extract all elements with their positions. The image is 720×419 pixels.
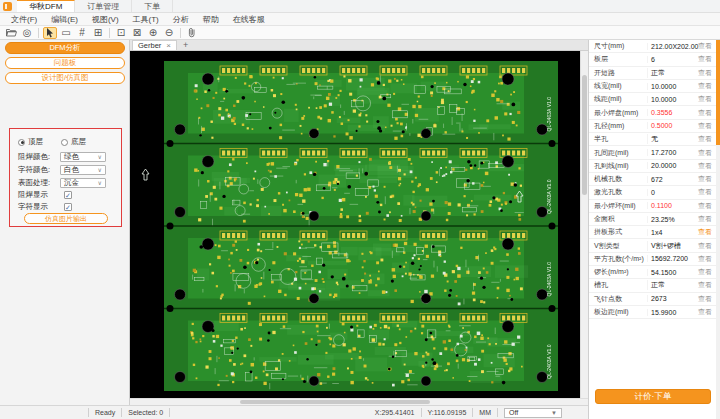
title-tab-2[interactable]: 下单: [132, 0, 173, 12]
menu-item-6[interactable]: 在线客服: [226, 14, 272, 25]
price-order-button[interactable]: 计价·下单: [595, 389, 711, 404]
setting-select-0[interactable]: 绿色∨: [60, 152, 106, 162]
chevron-down-icon: ∨: [98, 153, 102, 160]
layer-radio-1[interactable]: 底层: [61, 137, 86, 147]
gerber-tab[interactable]: Gerber ×: [132, 40, 177, 50]
mode-dropdown[interactable]: Off ▼: [504, 408, 562, 418]
toolbar-separator: [38, 28, 39, 38]
status-selected-count: Selected: 0: [128, 409, 163, 416]
panel-scrollbar[interactable]: [716, 40, 720, 419]
toggle-label: 阻焊显示: [18, 190, 64, 200]
view-link[interactable]: 查看: [694, 161, 717, 171]
canvas-vertical-scrollbar[interactable]: [580, 51, 588, 398]
param-label: 最小焊环(mil): [589, 201, 647, 211]
param-label: 开短路: [589, 68, 647, 78]
view-link[interactable]: 查看: [694, 134, 717, 144]
toggle-row-0: 阻焊显示✓: [18, 190, 118, 200]
view-link[interactable]: 查看: [694, 227, 717, 237]
view-link[interactable]: 查看: [694, 294, 717, 304]
view-link[interactable]: 查看: [694, 121, 717, 131]
preview-icon[interactable]: ◎: [20, 27, 34, 39]
open-folder-icon[interactable]: [4, 27, 18, 39]
view-link[interactable]: 查看: [694, 54, 717, 64]
checkbox-0[interactable]: ✓: [64, 191, 72, 199]
table-row: 尺寸(mm)212.00X202.00查看: [589, 40, 717, 53]
zoom-out-icon[interactable]: ⊖: [162, 27, 176, 39]
setting-select-1[interactable]: 白色∨: [60, 165, 106, 175]
radio-label: 顶层: [28, 137, 43, 147]
view-link[interactable]: 查看: [694, 280, 717, 290]
menu-item-1[interactable]: 编辑(E): [44, 14, 85, 25]
table-row: 线宽(mil)10.0000查看: [589, 80, 717, 93]
crop-icon[interactable]: ⊡: [114, 27, 128, 39]
cursor-icon[interactable]: [43, 27, 57, 39]
design-sim-view-button[interactable]: 设计图/仿真图: [5, 72, 125, 84]
menu-item-5[interactable]: 帮助: [196, 14, 226, 25]
pcb-gerber-view[interactable]: [130, 51, 580, 398]
menu-item-4[interactable]: 分析: [166, 14, 196, 25]
vscroll-thumb[interactable]: [582, 75, 587, 195]
chevron-down-icon: ∨: [98, 179, 102, 186]
param-label: 机械孔数: [589, 174, 647, 184]
select-value: 沉金: [64, 178, 79, 188]
view-link[interactable]: 查看: [694, 187, 717, 197]
param-value: 15692.7200: [647, 255, 694, 262]
setting-select-2[interactable]: 沉金∨: [60, 178, 106, 188]
attach-icon[interactable]: [185, 27, 199, 39]
panel-scrollbar-thumb[interactable]: [716, 40, 720, 145]
view-link[interactable]: 查看: [694, 214, 717, 224]
setting-label: 阻焊颜色:: [18, 152, 60, 162]
view-link[interactable]: 查看: [694, 241, 717, 251]
zoom-in-icon[interactable]: ⊕: [146, 27, 160, 39]
param-label: 尺寸(mm): [589, 41, 647, 51]
issues-board-button[interactable]: 问题板: [5, 57, 125, 69]
table-row: V割类型V割+锣槽查看: [589, 239, 717, 252]
view-link[interactable]: 查看: [694, 81, 717, 91]
menu-item-0[interactable]: 文件(F): [4, 14, 44, 25]
table-row: 金面积23.25%查看: [589, 213, 717, 226]
toolbar: ◎▭#⊞⊡⊠⊕⊖: [0, 26, 720, 40]
panel-grid-icon[interactable]: ⊞: [91, 27, 105, 39]
chevron-down-icon: ▼: [551, 410, 557, 416]
view-link[interactable]: 查看: [694, 174, 717, 184]
rect-select-icon[interactable]: ▭: [59, 27, 73, 39]
export-simulation-image-button[interactable]: 仿真图片输出: [24, 213, 108, 224]
fit-view-icon[interactable]: ⊠: [130, 27, 144, 39]
statusbar-divider: [88, 408, 89, 417]
view-link[interactable]: 查看: [694, 267, 717, 277]
view-link[interactable]: 查看: [694, 307, 717, 317]
param-label: 激光孔数: [589, 187, 647, 197]
chevron-down-icon: ∨: [98, 166, 102, 173]
param-label: 板层: [589, 54, 647, 64]
hscroll-thumb[interactable]: [240, 400, 430, 404]
statusbar-divider: [497, 408, 498, 417]
menu-item-3[interactable]: 工具(T): [126, 14, 166, 25]
view-link[interactable]: 查看: [694, 148, 717, 158]
tab-add-icon[interactable]: +: [177, 40, 194, 50]
view-link[interactable]: 查看: [694, 68, 717, 78]
view-link[interactable]: 查看: [694, 94, 717, 104]
view-link[interactable]: 查看: [694, 108, 717, 118]
canvas-horizontal-scrollbar[interactable]: [130, 398, 588, 405]
param-label: 金面积: [589, 214, 647, 224]
canvas-tabstrip: Gerber × +: [130, 40, 588, 51]
table-row: 板边距(mil)15.9900查看: [589, 306, 717, 319]
view-link[interactable]: 查看: [694, 41, 717, 51]
dfm-analyze-button[interactable]: DFM分析: [5, 42, 125, 54]
menu-item-2[interactable]: 视图(V): [85, 14, 126, 25]
table-row: 孔径(mm)0.5000查看: [589, 120, 717, 133]
param-label: 孔间距(mil): [589, 148, 647, 158]
measure-icon[interactable]: #: [75, 27, 89, 39]
layer-radio-0[interactable]: 顶层: [18, 137, 43, 147]
toggle-label: 字符显示: [18, 202, 64, 212]
title-tab-1[interactable]: 订单管理: [75, 0, 132, 12]
canvas-area: Gerber × +: [130, 40, 588, 405]
param-label: 孔径(mm): [589, 121, 647, 131]
view-link[interactable]: 查看: [694, 254, 717, 264]
view-link[interactable]: 查看: [694, 201, 717, 211]
table-row: 飞针点数2673查看: [589, 293, 717, 306]
title-tab-0[interactable]: 华秋DFM: [17, 0, 75, 12]
tab-close-icon[interactable]: ×: [166, 41, 171, 50]
select-value: 绿色: [64, 152, 79, 162]
checkbox-1[interactable]: ✓: [64, 203, 72, 211]
